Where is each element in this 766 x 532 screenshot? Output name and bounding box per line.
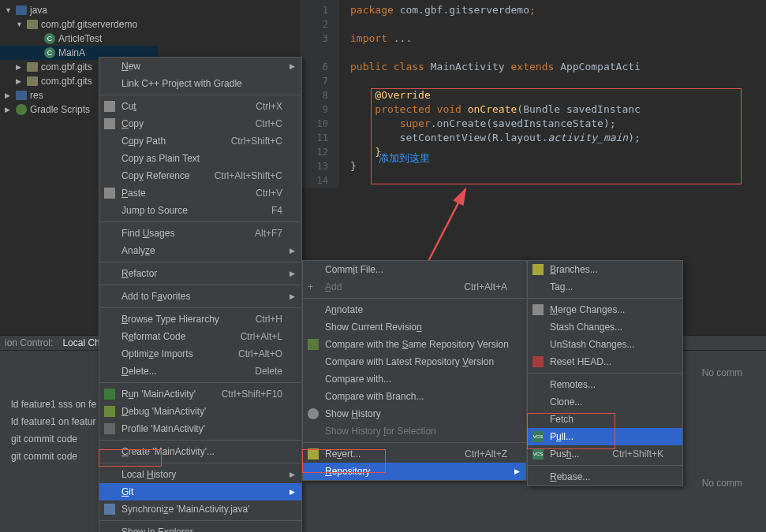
menu-new[interactable]: New▶ <box>99 58 301 75</box>
menu-compare-branch[interactable]: Compare with Branch... <box>303 388 526 405</box>
list-item[interactable]: git commit code <box>5 448 103 465</box>
menu-compare-with[interactable]: Compare with... <box>303 370 526 388</box>
tree-label: com.gbf.gits <box>41 76 92 87</box>
vcs-tab-local[interactable]: Local Ch <box>62 337 99 348</box>
gradle-icon <box>16 104 27 115</box>
folder-icon <box>16 6 27 15</box>
package-icon <box>27 76 38 86</box>
menu-run[interactable]: Run 'MainActivity'Ctrl+Shift+F10 <box>99 385 301 403</box>
submenu-arrow-icon: ▶ <box>290 471 295 478</box>
menu-repository[interactable]: Repository▶ <box>303 463 526 480</box>
menu-reset[interactable]: Reset HEAD... <box>528 353 682 370</box>
menu-copy[interactable]: CopyCtrl+C <box>99 115 301 132</box>
menu-synchronize[interactable]: Synchronize 'MainActivity.java' <box>99 500 301 518</box>
collapse-icon: ▶ <box>5 106 13 113</box>
menu-show-history[interactable]: Show History <box>303 405 526 422</box>
tree-label: MainA <box>58 47 85 58</box>
menu-separator <box>303 298 526 299</box>
list-item[interactable]: git commit code <box>5 430 103 448</box>
tree-label: com.gbf.gitserverdemo <box>41 19 137 30</box>
menu-local-history[interactable]: Local History▶ <box>99 466 301 483</box>
expand-icon: ▼ <box>16 20 24 28</box>
git-submenu[interactable]: Commit File... +AddCtrl+Alt+A Annotate S… <box>302 260 527 481</box>
package-icon <box>27 20 38 29</box>
copy-icon <box>104 118 115 129</box>
menu-copy-ref[interactable]: Copy ReferenceCtrl+Alt+Shift+C <box>99 167 301 184</box>
menu-clone[interactable]: Clone... <box>528 393 682 411</box>
repository-submenu[interactable]: Branches... Tag... Merge Changes... Stas… <box>527 260 683 486</box>
menu-separator <box>99 463 301 463</box>
revert-icon <box>308 448 319 459</box>
run-icon <box>104 389 115 400</box>
collapse-icon: ▶ <box>16 63 24 71</box>
menu-optimize[interactable]: Optimize ImportsCtrl+Alt+O <box>99 345 301 363</box>
submenu-arrow-icon: ▶ <box>290 62 295 70</box>
menu-refactor[interactable]: Refactor▶ <box>99 265 301 282</box>
menu-analyze[interactable]: Analyze▶ <box>99 242 301 259</box>
menu-separator <box>99 285 301 285</box>
submenu-arrow-icon: ▶ <box>290 292 295 300</box>
no-commit-label: No comm <box>702 367 742 378</box>
menu-rebase[interactable]: Rebase... <box>528 468 682 485</box>
menu-commit[interactable]: Commit File... <box>303 261 526 278</box>
menu-push[interactable]: VCSPush...Ctrl+Shift+K <box>528 445 682 463</box>
menu-remotes[interactable]: Remotes... <box>528 376 682 393</box>
branches-icon <box>532 264 544 275</box>
menu-unstash[interactable]: UnStash Changes... <box>528 336 682 353</box>
list-item[interactable]: ld feature1 on featur <box>5 413 103 430</box>
menu-create[interactable]: Create 'MainActivity'... <box>99 443 301 460</box>
tree-item-package[interactable]: ▼com.gbf.gitserverdemo <box>0 17 158 32</box>
menu-debug[interactable]: Debug 'MainActivity' <box>99 403 301 420</box>
menu-fetch[interactable]: Fetch <box>528 411 682 428</box>
menu-branches[interactable]: Branches... <box>528 261 682 278</box>
menu-cut[interactable]: CutCtrl+X <box>99 98 301 115</box>
menu-compare-same[interactable]: Compare with the Same Repository Version <box>303 336 526 353</box>
collapse-icon: ▶ <box>5 91 13 99</box>
menu-separator <box>99 221 301 222</box>
menu-annotate[interactable]: Annotate <box>303 301 526 318</box>
menu-browse-hierarchy[interactable]: Browse Type HierarchyCtrl+H <box>99 311 301 328</box>
menu-pull[interactable]: VCSPull... <box>528 428 682 445</box>
submenu-arrow-icon: ▶ <box>290 488 295 496</box>
cut-icon <box>104 101 115 112</box>
menu-revert[interactable]: Revert...Ctrl+Alt+Z <box>303 445 526 463</box>
line-gutter: 123 6789 1011121314 <box>300 0 339 188</box>
menu-separator <box>528 298 682 299</box>
tree-item-java[interactable]: ▼java <box>0 3 158 17</box>
tree-label: res <box>30 90 43 101</box>
list-item[interactable]: ld feature1 sss on fe <box>5 396 103 413</box>
menu-git[interactable]: Git▶ <box>99 483 301 500</box>
menu-show-explorer[interactable]: Show in Explorer <box>99 523 301 532</box>
menu-copy-path[interactable]: Copy PathCtrl+Shift+C <box>99 132 301 150</box>
menu-favorites[interactable]: Add to Favorites▶ <box>99 288 301 305</box>
menu-show-revision[interactable]: Show Current Revision <box>303 318 526 336</box>
menu-separator <box>99 520 301 521</box>
reset-icon <box>532 356 544 367</box>
tree-label: java <box>30 5 47 16</box>
tree-item-class[interactable]: CArticleTest <box>0 32 158 46</box>
menu-copy-plain[interactable]: Copy as Plain Text <box>99 150 301 167</box>
menu-delete[interactable]: Delete...Delete <box>99 363 301 380</box>
menu-merge[interactable]: Merge Changes... <box>528 301 682 318</box>
tree-label: Gradle Scripts <box>30 104 90 115</box>
menu-separator <box>99 95 301 95</box>
menu-show-history-sel: Show History for Selection <box>303 422 526 440</box>
context-menu[interactable]: New▶ Link C++ Project with Gradle CutCtr… <box>99 57 302 532</box>
add-icon: + <box>308 281 319 292</box>
menu-paste[interactable]: PasteCtrl+V <box>99 184 301 202</box>
menu-stash[interactable]: Stash Changes... <box>528 318 682 336</box>
menu-compare-latest[interactable]: Compare with Latest Repository Version <box>303 353 526 370</box>
menu-jump[interactable]: Jump to SourceF4 <box>99 202 301 219</box>
menu-profile[interactable]: Profile 'MainActivity' <box>99 420 301 437</box>
menu-link-cpp[interactable]: Link C++ Project with Gradle <box>99 75 301 92</box>
menu-separator <box>99 262 301 262</box>
paste-icon <box>104 188 115 199</box>
class-icon: C <box>44 47 55 58</box>
history-icon <box>308 408 319 419</box>
menu-reformat[interactable]: Reformat CodeCtrl+Alt+L <box>99 328 301 345</box>
package-icon <box>27 62 38 72</box>
menu-tag[interactable]: Tag... <box>528 278 682 296</box>
no-commit-label: No comm <box>702 478 742 489</box>
menu-find-usages[interactable]: Find UsagesAlt+F7 <box>99 225 301 242</box>
sync-icon <box>104 504 115 515</box>
